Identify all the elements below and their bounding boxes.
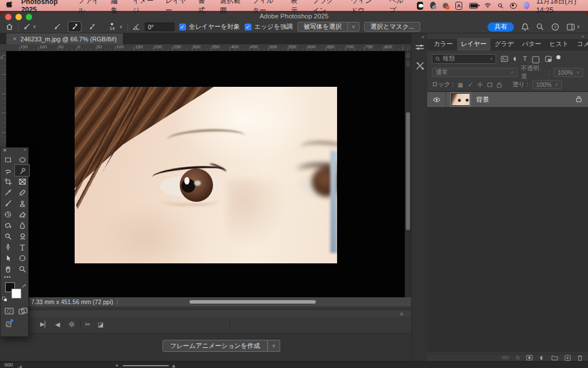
menu-item-9[interactable]: プラグイン xyxy=(312,0,340,16)
previous-frame-icon[interactable]: ◀ xyxy=(55,321,60,328)
background-color-swatch[interactable] xyxy=(11,289,21,298)
siri-icon[interactable] xyxy=(524,2,529,9)
properties-panel-icon[interactable] xyxy=(413,40,426,54)
ellipse-tool[interactable] xyxy=(15,252,29,263)
new-adjustment-layer-icon[interactable]: ◐ xyxy=(539,352,545,363)
delete-layer-trash-icon[interactable] xyxy=(577,355,583,361)
layer-filter-search[interactable]: 種類 ∨ xyxy=(432,54,496,64)
menu-item-6[interactable]: 選択範囲 xyxy=(220,0,242,16)
menu-item-8[interactable]: 表示 xyxy=(291,0,301,16)
photo-image[interactable] xyxy=(75,87,337,263)
select-and-mask-button[interactable]: 選択とマスク... xyxy=(364,22,420,32)
eyedropper-tool[interactable] xyxy=(1,187,15,198)
blend-mode-select[interactable]: 通常 ∨ xyxy=(432,68,517,77)
panel-tab-ヒスト[interactable]: ヒスト xyxy=(546,38,573,51)
screen-mode-icon[interactable] xyxy=(18,306,28,317)
menu-item-1[interactable]: ファイル xyxy=(78,0,100,16)
share-button[interactable]: 共有 xyxy=(488,22,514,32)
tools-panel-icon[interactable] xyxy=(413,59,426,72)
collapse-dock-icon[interactable]: « xyxy=(422,34,424,40)
layer-row-background[interactable]: 背景 xyxy=(427,92,588,107)
spotlight-icon[interactable] xyxy=(498,2,503,9)
menu-item-10[interactable]: ウィンドウ xyxy=(351,0,378,16)
filter-adjustment-layers-icon[interactable]: ◐ xyxy=(513,53,519,64)
layer-lock-icon[interactable] xyxy=(576,94,582,105)
frame-tool[interactable] xyxy=(15,176,29,187)
convert-timeline-icon[interactable] xyxy=(17,362,24,368)
menu-item-11[interactable]: ヘルプ xyxy=(389,0,406,16)
opacity-select[interactable]: 100% ∨ xyxy=(554,68,583,77)
filter-shape-layers-icon[interactable]: ▢ xyxy=(531,53,540,64)
layer-name[interactable]: 背景 xyxy=(476,95,489,104)
palette-share-icon[interactable] xyxy=(1,317,28,331)
panel-tab-グラデ[interactable]: グラデ xyxy=(490,38,518,51)
link-layers-icon[interactable] xyxy=(502,355,509,360)
filter-toggle-icon[interactable] xyxy=(556,55,560,59)
create-frame-animation-dropdown[interactable]: ∨ xyxy=(268,340,280,352)
lock-position-icon[interactable] xyxy=(477,82,483,87)
object-selection-tool[interactable] xyxy=(1,154,15,165)
layer-thumbnail[interactable] xyxy=(451,93,470,106)
status-app-icon[interactable] xyxy=(430,2,436,9)
zoom-in-timeline-icon[interactable]: ▲ xyxy=(171,363,176,368)
timeline-settings-icon[interactable] xyxy=(68,321,75,329)
lasso-tool[interactable] xyxy=(1,165,15,176)
menu-item-3[interactable]: イメージ xyxy=(133,0,154,16)
filter-type-layers-icon[interactable]: T xyxy=(523,55,527,62)
panel-tab-カラー[interactable]: カラー xyxy=(430,38,457,51)
notifications-bell-icon[interactable] xyxy=(521,23,529,31)
lock-pixels-icon[interactable] xyxy=(467,82,473,87)
timeline-zoom-slider[interactable] xyxy=(123,365,169,366)
close-tab-icon[interactable]: ✕ xyxy=(13,36,17,42)
panel-tab-コメン[interactable]: コメン xyxy=(572,38,588,51)
home-icon[interactable] xyxy=(6,23,13,30)
history-brush-tool[interactable] xyxy=(1,209,15,220)
zoom-out-timeline-icon[interactable]: ▲ xyxy=(115,363,119,367)
document-tab[interactable]: ✕ 246233_m.jpg @ 66.7% (RGB/8#) xyxy=(6,33,123,44)
menu-item-2[interactable]: 編集 xyxy=(111,0,122,16)
default-colors-icon[interactable] xyxy=(2,297,7,302)
wifi-icon[interactable] xyxy=(485,2,491,9)
battery-icon[interactable] xyxy=(469,3,478,9)
spot-healing-tool[interactable] xyxy=(15,187,29,198)
new-group-folder-icon[interactable] xyxy=(551,355,558,361)
panel-tab-パター[interactable]: パター xyxy=(518,38,546,51)
add-to-selection-mode-button[interactable] xyxy=(68,22,81,32)
hand-tool[interactable] xyxy=(1,263,15,274)
timeline-menu-icon[interactable]: ≡ xyxy=(400,311,403,317)
menubar-clock[interactable]: 11月18日(月) 14:25 xyxy=(536,0,582,14)
paint-bucket-tool[interactable] xyxy=(1,220,15,231)
type-tool[interactable] xyxy=(15,241,29,252)
new-selection-mode-button[interactable] xyxy=(51,22,64,32)
status-chevron-icon[interactable]: 〉 xyxy=(116,298,121,306)
brush-tool[interactable] xyxy=(1,198,15,209)
swap-colors-icon[interactable] xyxy=(22,281,27,292)
select-subject-dropdown[interactable]: ∨ xyxy=(348,22,359,32)
create-frame-animation-button[interactable]: フレームアニメーションを作成 xyxy=(163,340,268,352)
control-center-icon[interactable] xyxy=(510,3,516,9)
panel-tab-レイヤー[interactable]: レイヤー xyxy=(457,38,491,51)
crop-tool[interactable] xyxy=(1,176,15,187)
new-layer-icon[interactable] xyxy=(564,355,571,361)
help-icon[interactable]: ? xyxy=(551,23,559,31)
filter-smart-objects-icon[interactable] xyxy=(545,56,552,62)
layer-visibility-eye-icon[interactable] xyxy=(433,94,440,105)
scissors-icon[interactable]: ✂ xyxy=(85,321,90,328)
elliptical-marquee-tool[interactable] xyxy=(15,154,29,165)
quick-selection-tool[interactable] xyxy=(15,165,29,176)
brush-size-picker[interactable]: 14 xyxy=(110,23,115,31)
zoom-tool[interactable] xyxy=(15,263,29,274)
menu-app-name[interactable]: Photoshop 2025 xyxy=(21,0,67,14)
tool-preset-brush-icon[interactable]: ∨ xyxy=(23,23,36,30)
menu-item-4[interactable]: レイヤー xyxy=(165,0,187,16)
add-layer-mask-icon[interactable] xyxy=(526,355,533,361)
vertical-scrollbar-thumb[interactable] xyxy=(406,112,410,230)
lock-all-icon[interactable] xyxy=(497,82,502,88)
vertical-scrollbar[interactable] xyxy=(405,51,411,297)
pen-tool[interactable] xyxy=(1,241,15,252)
canvas-area[interactable] xyxy=(6,51,405,297)
subtract-from-selection-mode-button[interactable] xyxy=(86,22,98,32)
next-frame-icon[interactable]: ▶▏ xyxy=(40,321,49,327)
path-selection-tool[interactable] xyxy=(1,252,15,263)
lock-transparency-icon[interactable]: ▦ xyxy=(458,82,463,88)
